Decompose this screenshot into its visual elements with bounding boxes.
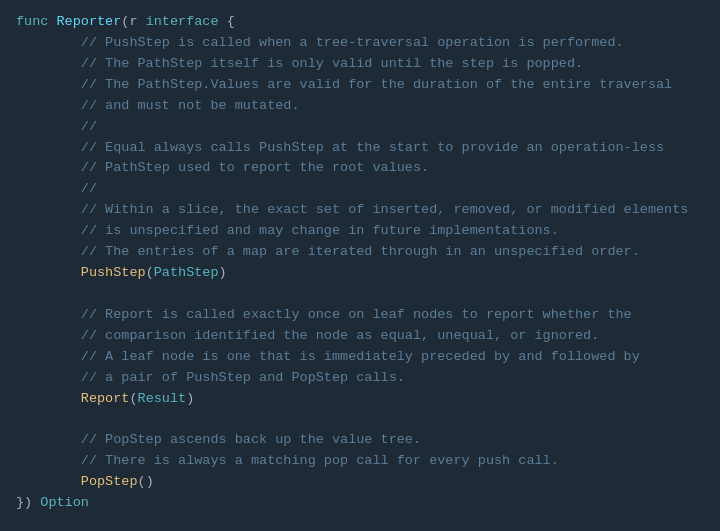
arg-pathstep: PathStep: [154, 265, 219, 280]
line-15: // Report is called exactly once on leaf…: [16, 305, 704, 326]
line-16: // comparison identified the node as equ…: [16, 326, 704, 347]
line-9: //: [16, 179, 704, 200]
method-popstep: PopStep: [81, 474, 138, 489]
line-18: // a pair of PushStep and PopStep calls.: [16, 368, 704, 389]
line-4: // The PathStep.Values are valid for the…: [16, 75, 704, 96]
arg-result: Result: [138, 391, 187, 406]
line-17: // A leaf node is one that is immediatel…: [16, 347, 704, 368]
method-pushstep: PushStep: [81, 265, 146, 280]
line-22: // There is always a matching pop call f…: [16, 451, 704, 472]
line-24: }) Option: [16, 493, 704, 514]
line-blank-1: [16, 284, 704, 305]
code-editor: func Reporter(r interface { // PushStep …: [0, 0, 720, 531]
closing-brace: }): [16, 495, 40, 510]
line-11: // is unspecified and may change in futu…: [16, 221, 704, 242]
line-2: // PushStep is called when a tree-traver…: [16, 33, 704, 54]
line-blank-2: [16, 410, 704, 431]
option-type: Option: [40, 495, 89, 510]
line-1: func Reporter(r interface {: [16, 12, 704, 33]
line-8: // PathStep used to report the root valu…: [16, 158, 704, 179]
line-21: // PopStep ascends back up the value tre…: [16, 430, 704, 451]
method-report: Report: [81, 391, 130, 406]
keyword-func: func: [16, 14, 48, 29]
keyword-interface: interface: [146, 14, 219, 29]
line-12: // The entries of a map are iterated thr…: [16, 242, 704, 263]
func-name: Reporter: [57, 14, 122, 29]
line-6: //: [16, 117, 704, 138]
line-13: PushStep(PathStep): [16, 263, 704, 284]
line-7: // Equal always calls PushStep at the st…: [16, 138, 704, 159]
line-10: // Within a slice, the exact set of inse…: [16, 200, 704, 221]
line-3: // The PathStep itself is only valid unt…: [16, 54, 704, 75]
line-23: PopStep(): [16, 472, 704, 493]
line-19: Report(Result): [16, 389, 704, 410]
line-5: // and must not be mutated.: [16, 96, 704, 117]
